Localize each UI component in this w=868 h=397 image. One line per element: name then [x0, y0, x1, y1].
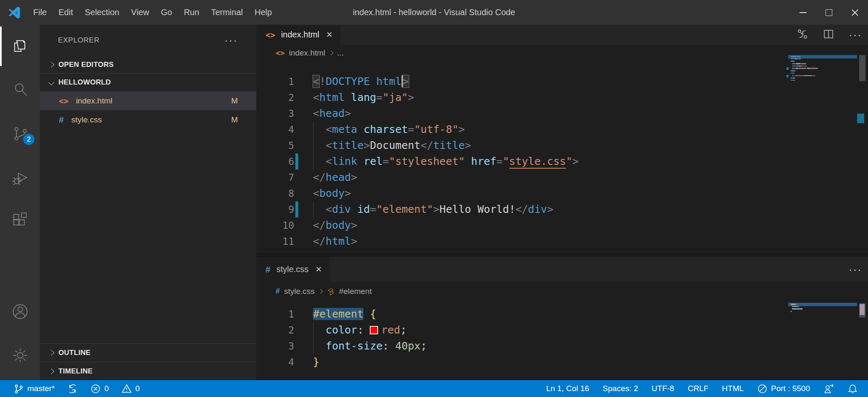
feedback-icon	[823, 384, 834, 394]
sidebar-title: EXPLORER	[58, 36, 100, 45]
scrollbar-thumb[interactable]	[859, 55, 865, 81]
minimize-icon	[800, 12, 807, 13]
code-line[interactable]: 10</body>	[256, 217, 868, 233]
token: Hello World!	[439, 203, 516, 215]
activitybar-item-run-and-debug[interactable]	[0, 164, 40, 191]
code-line[interactable]: 2<html lang="ja">	[256, 90, 868, 106]
search-icon	[11, 80, 29, 98]
status-encoding[interactable]: UTF-8	[652, 384, 674, 393]
status-notifications[interactable]	[847, 384, 858, 394]
token: !	[319, 75, 326, 87]
editor-group-html: <>index.html✕···<>index.html...1<!DOCTYP…	[256, 25, 868, 254]
code-line[interactable]: 3<head>	[256, 106, 868, 122]
token: >	[345, 187, 351, 199]
status-eol[interactable]: CRLF	[688, 384, 709, 393]
activitybar-item-extensions[interactable]	[0, 207, 40, 235]
menu-item-help[interactable]: Help	[249, 0, 278, 25]
activitybar-item-settings[interactable]	[0, 341, 40, 369]
activitybar-item-explorer[interactable]	[0, 32, 40, 60]
line-number: 8	[256, 185, 294, 201]
html-file-icon: <>	[266, 30, 275, 40]
minimap-line	[791, 73, 857, 74]
file-row-index.html[interactable]: <>index.htmlM	[40, 91, 256, 110]
status-live-server-port[interactable]: Port : 5500	[757, 384, 810, 394]
minimap-token	[799, 306, 800, 307]
menu-item-terminal[interactable]: Terminal	[205, 0, 249, 25]
modified-line-indicator	[295, 154, 298, 169]
minimap-token	[794, 70, 795, 71]
editor-more-actions-icon[interactable]: ···	[849, 33, 862, 37]
tab-index.html[interactable]: <>index.html✕	[256, 25, 340, 45]
minimap-token	[806, 63, 807, 64]
code-line[interactable]: 3 font-size: 40px;	[256, 338, 868, 354]
minimap[interactable]	[791, 56, 857, 82]
code-line[interactable]: 4 <meta charset="utf-8">	[256, 122, 868, 138]
token: <	[313, 75, 319, 87]
token: title	[332, 139, 363, 151]
token: DOCTYPE	[326, 75, 370, 87]
status-cursor-position[interactable]: Ln 1, Col 16	[546, 384, 589, 393]
port-icon	[757, 384, 768, 394]
code-line[interactable]: 2 color: red;	[256, 322, 868, 338]
menu-item-edit[interactable]: Edit	[53, 0, 79, 25]
minimap-line	[791, 66, 857, 67]
menu-item-view[interactable]: View	[125, 0, 155, 25]
code-editor[interactable]: 1#element {2 color: red;3 font-size: 40p…	[256, 301, 868, 370]
token: <	[326, 123, 332, 135]
tab-close-icon[interactable]: ✕	[315, 265, 322, 274]
status-indentation[interactable]: Spaces: 2	[602, 384, 638, 393]
code-line[interactable]: 8<body>	[256, 185, 868, 201]
split-editor-button[interactable]	[823, 28, 834, 42]
status-git-branch[interactable]: master*	[13, 384, 55, 394]
explorer-more-actions-icon[interactable]: ···	[224, 38, 238, 42]
tab-style.css[interactable]: #style.css✕	[256, 257, 329, 282]
code-line[interactable]: 11</html>	[256, 233, 868, 249]
minimap-modified-mark	[786, 67, 789, 70]
breadcrumb[interactable]: <>index.html...	[256, 45, 868, 61]
status-errors[interactable]: 0	[90, 384, 109, 394]
activitybar-item-account[interactable]	[0, 298, 40, 326]
minimap[interactable]	[791, 304, 857, 313]
status-warnings[interactable]: 0	[121, 384, 140, 394]
minimap-token	[796, 63, 800, 64]
code-line[interactable]: 1<!DOCTYPE html>	[256, 74, 868, 90]
status-label: HTML	[722, 384, 744, 393]
file-row-style.css[interactable]: #style.cssM	[40, 110, 256, 129]
code-line[interactable]: 5 <title>Document</title>	[256, 138, 868, 154]
token: link	[332, 155, 357, 167]
activitybar-item-search[interactable]	[0, 75, 40, 103]
menu-item-selection[interactable]: Selection	[79, 0, 125, 25]
minimap-token	[804, 75, 812, 77]
explorer-sidebar: EXPLORER ··· OPEN EDITORS HELLOWORLD <>i…	[40, 25, 256, 380]
section-timeline[interactable]: TIMELINE	[40, 362, 256, 380]
status-sync[interactable]	[67, 384, 78, 394]
editor-more-actions-icon[interactable]: ···	[849, 267, 862, 272]
color-swatch[interactable]	[370, 326, 378, 334]
close-button[interactable]	[842, 0, 868, 25]
status-language-mode[interactable]: HTML	[722, 384, 744, 393]
open-changes-button[interactable]	[797, 28, 808, 42]
breadcrumb[interactable]: #style.css#element	[256, 282, 868, 301]
menu-item-file[interactable]: File	[27, 0, 53, 25]
minimap-line	[791, 70, 857, 71]
minimize-button[interactable]	[790, 0, 816, 25]
status-bar: master*00 Ln 1, Col 16Spaces: 2UTF-8CRLF…	[0, 380, 868, 397]
section-outline[interactable]: OUTLINE	[40, 343, 256, 362]
status-feedback[interactable]	[823, 384, 834, 394]
token: title	[433, 139, 465, 151]
code-editor[interactable]: 1<!DOCTYPE html>2<html lang="ja">3<head>…	[256, 61, 868, 249]
minimap-token	[792, 306, 795, 307]
activitybar-item-source-control[interactable]: 2	[0, 120, 40, 148]
code-line[interactable]: 1#element {	[256, 306, 868, 322]
project-section[interactable]: HELLOWORLD	[40, 74, 256, 91]
breadcrumb-chevron-icon	[329, 50, 334, 55]
code-line[interactable]: 6 <link rel="stylesheet" href="style.css…	[256, 154, 868, 169]
code-line[interactable]: 4}	[256, 354, 868, 370]
menu-item-go[interactable]: Go	[155, 0, 178, 25]
code-line[interactable]: 7</head>	[256, 169, 868, 185]
menu-item-run[interactable]: Run	[178, 0, 205, 25]
maximize-button[interactable]	[816, 0, 842, 25]
code-line[interactable]: 9 <div id="element">Hello World!</div>	[256, 201, 868, 217]
open-editors-section[interactable]: OPEN EDITORS	[40, 56, 256, 74]
tab-close-icon[interactable]: ✕	[326, 30, 333, 40]
